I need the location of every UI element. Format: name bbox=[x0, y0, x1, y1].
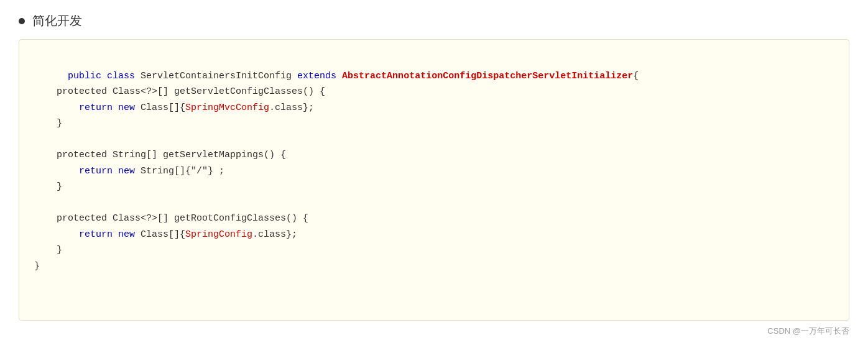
line2: protected Class<?>[] getServletConfigCla… bbox=[34, 86, 325, 97]
line4: } bbox=[34, 118, 62, 129]
line1: public class ServletContainersInitConfig… bbox=[68, 71, 639, 81]
section-title: 简化开发 bbox=[32, 12, 82, 29]
line11: return new Class[]{SpringConfig.class}; bbox=[34, 229, 297, 240]
line8: } bbox=[34, 181, 62, 192]
line6: protected String[] getServletMappings() … bbox=[34, 150, 286, 160]
line12: } bbox=[34, 245, 62, 255]
line10: protected Class<?>[] getRootConfigClasse… bbox=[34, 213, 308, 224]
line13: } bbox=[34, 261, 40, 272]
footer: CSDN @一万年可长否 bbox=[19, 326, 849, 337]
line5-blank bbox=[34, 134, 40, 145]
line7: return new String[]{"/"} ; bbox=[34, 166, 224, 176]
footer-text: CSDN @一万年可长否 bbox=[767, 326, 849, 336]
bullet-dot bbox=[19, 18, 25, 24]
code-block-wrapper: public class ServletContainersInitConfig… bbox=[19, 39, 849, 321]
line3: return new Class[]{SpringMvcConfig.class… bbox=[34, 103, 314, 113]
page-container: 简化开发 public class ServletContainersInitC… bbox=[0, 0, 868, 343]
line9-blank bbox=[34, 198, 40, 208]
code-block: public class ServletContainersInitConfig… bbox=[34, 52, 834, 290]
section-header: 简化开发 bbox=[19, 12, 849, 29]
